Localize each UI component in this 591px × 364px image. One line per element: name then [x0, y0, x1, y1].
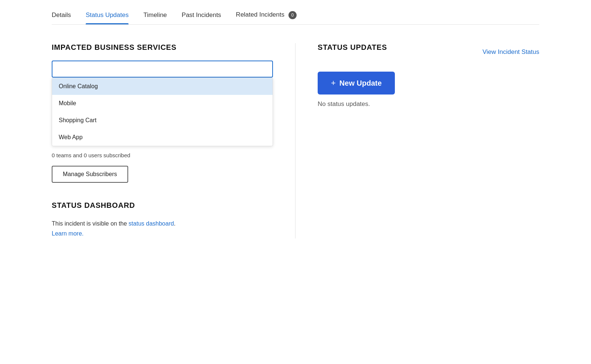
services-dropdown: Online Catalog Mobile Shopping Cart Web …: [52, 78, 273, 146]
tab-related-incidents[interactable]: Related Incidents 0: [236, 11, 297, 24]
tab-details[interactable]: Details: [52, 11, 71, 24]
tab-past-incidents[interactable]: Past Incidents: [182, 11, 221, 24]
status-dashboard-title: STATUS DASHBOARD: [52, 201, 273, 210]
dropdown-item-mobile[interactable]: Mobile: [52, 95, 273, 112]
new-update-button[interactable]: + New Update: [318, 72, 395, 95]
new-update-label: New Update: [339, 79, 382, 87]
status-updates-title: STATUS UPDATES: [318, 43, 387, 52]
impacted-services-title: IMPACTED BUSINESS SERVICES: [52, 43, 273, 52]
no-updates-text: No status updates.: [318, 100, 539, 108]
left-panel: IMPACTED BUSINESS SERVICES Online Catalo…: [52, 43, 296, 238]
learn-more-link[interactable]: Learn more.: [52, 230, 83, 237]
tab-timeline[interactable]: Timeline: [143, 11, 167, 24]
plus-icon: +: [331, 78, 336, 88]
status-dashboard-section: STATUS DASHBOARD This incident is visibl…: [52, 201, 273, 238]
dropdown-item-shopping-cart[interactable]: Shopping Cart: [52, 112, 273, 129]
services-search-wrapper: Online Catalog Mobile Shopping Cart Web …: [52, 61, 273, 146]
dropdown-item-online-catalog[interactable]: Online Catalog: [52, 78, 273, 95]
right-panel: STATUS UPDATES View Incident Status + Ne…: [296, 43, 539, 238]
dropdown-item-web-app[interactable]: Web App: [52, 129, 273, 146]
services-search-input[interactable]: [52, 61, 273, 78]
right-panel-header: STATUS UPDATES View Incident Status: [318, 43, 539, 61]
main-content: IMPACTED BUSINESS SERVICES Online Catalo…: [52, 43, 539, 238]
status-dashboard-link[interactable]: status dashboard: [129, 220, 174, 227]
tabs-bar: Details Status Updates Timeline Past Inc…: [52, 0, 539, 25]
status-dashboard-description: This incident is visible on the status d…: [52, 219, 273, 238]
manage-subscribers-button[interactable]: Manage Subscribers: [52, 166, 128, 183]
view-incident-status-link[interactable]: View Incident Status: [482, 48, 539, 56]
tab-status-updates[interactable]: Status Updates: [86, 11, 129, 24]
subscribers-count-text: 0 teams and 0 users subscribed: [52, 152, 273, 158]
related-incidents-badge: 0: [288, 11, 297, 19]
